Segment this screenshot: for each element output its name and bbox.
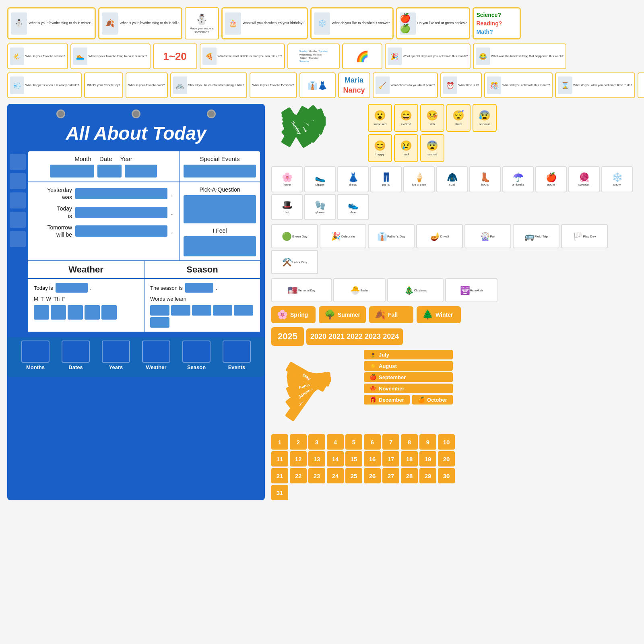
months-pocket-bag — [21, 341, 50, 363]
snowman-text: Have you made a snowman? — [187, 27, 217, 34]
word-box-4 — [213, 305, 232, 316]
grommet-right — [207, 109, 216, 118]
birthday-img: 🎂 — [225, 12, 241, 35]
season-pocket-bag — [182, 341, 211, 363]
special-events-section: Special Events — [180, 151, 260, 182]
emotion-happy: 😊 happy — [368, 134, 392, 162]
holiday-christmas: 🎄 Christmas — [387, 278, 444, 302]
holiday-grid: 🟢 Green Day 🎉 Celebrate 👔 Father's Day 🪔… — [271, 224, 637, 274]
emotion-nervous: 😰 nervous — [473, 104, 497, 132]
august-icon: ☀️ — [369, 363, 376, 369]
winter-label: Winter — [436, 312, 453, 318]
weather-season-header: Weather Season — [28, 261, 260, 279]
month-october: 🍊 October — [412, 395, 453, 405]
season-is-row: The season is . — [150, 283, 254, 293]
fall-img: 🍂 — [102, 12, 118, 35]
days-section: Yesterdaywas . Todayis . Tomorrowwill be — [28, 182, 260, 261]
surprised-label: surprised — [374, 122, 387, 126]
tired-emoji: 😴 — [452, 110, 464, 121]
events-pocket-bag — [223, 341, 251, 363]
months-pocket-label: Months — [26, 364, 45, 370]
holiday-easter: 🐣 Easter — [333, 278, 386, 302]
vocab-sweater: 🧶sweater — [568, 166, 600, 192]
vocab-dress: 👗dress — [337, 166, 369, 192]
bottom-pocket-weather: Weather — [142, 341, 170, 370]
july-icon: 🌻 — [369, 351, 376, 358]
month-november: 🍁 November — [364, 384, 453, 393]
word-box-1 — [150, 305, 169, 316]
num-card-9: 9 — [419, 434, 436, 450]
weather-box-4 — [85, 305, 100, 320]
emotions-grid: 😮 surprised 😄 excited 🤒 sick 😴 tired 😰 — [368, 104, 497, 162]
day-t: T — [41, 296, 44, 302]
fall-label: Fall — [388, 312, 398, 318]
today-entry: Todayis . — [34, 205, 173, 219]
weather-box-2 — [51, 305, 66, 320]
excited-emoji: 😄 — [400, 110, 412, 121]
season-input — [185, 283, 213, 293]
weather-checkboxes — [34, 305, 138, 320]
num-card-1: 1 — [271, 434, 288, 450]
pick-question-box — [184, 195, 256, 223]
date-label: Date — [99, 155, 112, 162]
summer-label: Summer — [338, 312, 360, 318]
q-rainbow: 🌈 — [342, 43, 382, 69]
q-celebrate: 🎊 What will you celebrate this month? — [484, 72, 553, 98]
word-box-5 — [234, 305, 253, 316]
month-september: 🍎 September — [364, 372, 453, 382]
day-w: W — [46, 296, 51, 302]
num-card-19: 19 — [419, 451, 436, 466]
chart-body: Month Date Year Special Events — [7, 151, 265, 337]
vocab-snow: ❄️snow — [601, 166, 633, 192]
q-calendar: SundayMondayTuesday WednesdayMonday Frid… — [287, 43, 340, 69]
pocket-chart: All About Today Month Date Year — [7, 104, 265, 500]
nervous-label: nervous — [479, 122, 490, 126]
pick-question-label: Pick-A-Question — [184, 186, 256, 193]
question-card-snow: ❄️ What do you like to do when it snows? — [310, 7, 394, 39]
december-october-row: 🎁 December 🍊 October — [364, 395, 453, 405]
grommet-center — [132, 109, 140, 118]
weather-body: Today is . M T W Th F — [28, 279, 144, 332]
events-pocket-label: Events — [228, 364, 246, 370]
question-card-birthday: 🎂 What will you do when it's your birthd… — [221, 7, 308, 39]
date-input-box — [97, 165, 122, 178]
season-body: The season is . Words we learn — [144, 279, 260, 332]
vocab-gloves: 🧤gloves — [304, 194, 336, 220]
grommet-left — [56, 109, 65, 118]
question-card-fall: 🍂 What is your favorite thing to do in f… — [98, 7, 182, 39]
season-header: Season — [144, 261, 260, 278]
weather-season-body: Today is . M T W Th F — [28, 279, 260, 332]
num-card-10: 10 — [438, 434, 455, 450]
snowman-card: ⛄ Have you made a snowman? — [185, 7, 219, 39]
august-label: August — [379, 363, 397, 369]
top-question-strip: ⛄ What is your favorite thing to do in w… — [0, 0, 644, 42]
years-pocket-label: Years — [109, 364, 123, 370]
year-2020-2024: 2020 2021 2022 2023 2024 — [306, 328, 403, 345]
surprised-emoji: 😮 — [374, 110, 386, 121]
num-card-18: 18 — [401, 451, 418, 466]
num-card-21: 21 — [271, 468, 288, 483]
q-funny: 😂 What was the funniest thing that happe… — [473, 43, 566, 69]
q-toy: What's your favorite toy? — [84, 72, 123, 98]
q-food: 🍕 What's the most delicious food you can… — [200, 43, 285, 69]
weather-box-1 — [34, 305, 49, 320]
years-pocket-bag — [102, 341, 130, 363]
weather-season-row: Weather Season Today is . M — [28, 261, 260, 332]
season-pocket-label: Season — [187, 364, 206, 370]
december-label: December — [379, 397, 404, 403]
fall-icon: 🍂 — [375, 310, 386, 320]
october-label: October — [427, 397, 447, 403]
q-names: Maria Nancy — [338, 72, 370, 98]
word-box-2 — [171, 305, 190, 316]
holiday-fair: 🎡 Fair — [464, 224, 511, 248]
year-2025: 2025 — [271, 327, 304, 346]
month-labels-col: 🌻 July ☀️ August 🍎 September 🍁 November — [364, 350, 453, 405]
bottom-pocket-months: Months — [21, 341, 50, 370]
days-fan-row: Monday Tuesday Wednesday Thursday Friday… — [271, 104, 637, 162]
holiday-fathers: 👔 Father's Day — [368, 224, 415, 248]
question-card-winter: ⛄ What is your favorite thing to do in w… — [7, 7, 96, 39]
q-summer: 🏊 What is your favorite thing to do in s… — [70, 43, 151, 69]
special-events-input — [184, 165, 256, 178]
num-card-12: 12 — [290, 451, 307, 466]
month-august: ☀️ August — [364, 361, 453, 371]
